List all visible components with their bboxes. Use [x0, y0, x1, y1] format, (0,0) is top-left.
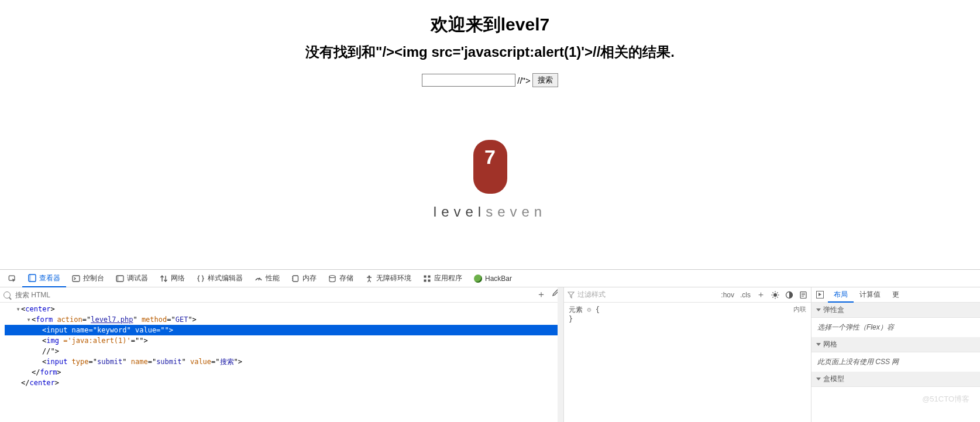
debugger-icon: [116, 275, 124, 283]
svg-point-17: [773, 293, 777, 297]
search-form: //">: [0, 73, 980, 87]
logo-word-left: level: [434, 204, 486, 219]
rule-source: 内联: [793, 305, 806, 314]
svg-rect-7: [293, 276, 298, 282]
svg-rect-14: [428, 275, 431, 277]
tab-accessibility-label: 无障碍环境: [376, 273, 411, 283]
layout-body: 弹性盒 选择一个弹性（Flex）容 网格 此页面上没有使用 CSS 网 盒模型: [811, 303, 980, 422]
svg-point-12: [368, 275, 370, 277]
tab-inspector-label: 查看器: [39, 273, 60, 283]
dom-node-selected[interactable]: <input name="keyword" value="">: [5, 325, 563, 335]
print-media-icon[interactable]: [799, 291, 807, 299]
dom-node[interactable]: </center>: [5, 378, 563, 388]
svg-rect-13: [424, 275, 427, 277]
dom-node[interactable]: ▾<form action="level7.php" method="GET">: [5, 314, 563, 325]
add-node-button[interactable]: ＋: [537, 289, 546, 301]
memory-icon: [291, 275, 300, 283]
rule-selector: 元素: [569, 306, 583, 314]
tab-debugger-label: 调试器: [127, 273, 148, 283]
dom-tree[interactable]: ▾<center> ▾<form action="level7.php" met…: [0, 303, 563, 422]
tab-console-label: 控制台: [83, 273, 104, 283]
logo-badge-digit: 7: [473, 146, 507, 169]
svg-rect-16: [428, 279, 431, 282]
inspector-icon: [28, 274, 36, 282]
svg-line-22: [773, 292, 773, 293]
cls-toggle[interactable]: .cls: [740, 291, 751, 299]
rules-filter-input[interactable]: 过滤样式: [577, 290, 606, 300]
boxmodel-section-header[interactable]: 盒模型: [811, 372, 980, 387]
dom-search-input[interactable]: [14, 290, 533, 300]
network-icon: [160, 275, 168, 283]
expand-icon: [816, 378, 821, 380]
application-icon: [423, 275, 431, 283]
svg-line-25: [777, 292, 778, 293]
add-rule-button[interactable]: ＋: [757, 289, 765, 300]
svg-rect-2: [29, 275, 31, 282]
tab-inspector[interactable]: 查看器: [22, 270, 66, 287]
tab-more[interactable]: 更: [886, 287, 905, 302]
grid-section-header[interactable]: 网格: [811, 337, 980, 352]
rule-close: }: [569, 315, 806, 323]
scrollbar[interactable]: [558, 287, 563, 422]
keyword-input[interactable]: [422, 74, 515, 87]
hackbar-icon: [474, 275, 482, 283]
svg-line-24: [773, 297, 773, 297]
search-submit-button[interactable]: [532, 73, 558, 87]
rules-toolbar: 过滤样式 :hov .cls ＋: [564, 287, 811, 303]
layout-tabs: 布局 计算值 更: [811, 287, 980, 303]
tab-application-label: 应用程序: [434, 273, 462, 283]
logo-word-right: seven: [486, 204, 546, 219]
devtools-body: ＋ ▾<center> ▾<form action="level7.php" m…: [0, 287, 980, 422]
page-heading-h2: 没有找到和"/><img src='javascript:alert(1)'>/…: [0, 43, 980, 61]
tab-console[interactable]: 控制台: [66, 270, 110, 287]
rules-body[interactable]: 内联 元素 ⚙ { }: [564, 303, 811, 422]
hov-toggle[interactable]: :hov: [721, 291, 734, 299]
light-mode-icon[interactable]: [771, 291, 779, 299]
tab-accessibility[interactable]: 无障碍环境: [359, 270, 417, 287]
devtools-tabstrip: 查看器 控制台 调试器 网络: [0, 270, 980, 287]
devtools: 查看器 控制台 调试器 网络: [0, 269, 980, 422]
tab-performance[interactable]: 性能: [249, 270, 286, 287]
dom-node[interactable]: <input type="submit" name="submit" value…: [5, 356, 563, 367]
logo-text: levelseven: [0, 204, 980, 220]
accessibility-icon: [365, 275, 373, 283]
tab-style-editor[interactable]: 样式编辑器: [191, 270, 249, 287]
dom-search-bar: ＋: [0, 287, 563, 303]
layout-sidebar-toggle[interactable]: [811, 287, 828, 302]
tab-memory[interactable]: 内存: [286, 270, 322, 287]
console-icon: [72, 275, 80, 283]
dom-node[interactable]: <img ='java:alert(1)'="">: [5, 335, 563, 346]
dom-node[interactable]: //">: [5, 346, 563, 356]
tab-memory-label: 内存: [302, 273, 317, 283]
layout-panel: 布局 计算值 更 弹性盒 选择一个弹性（Flex）容 网格 此页面上没有使用 C…: [811, 287, 980, 422]
dom-node[interactable]: ▾<center>: [5, 304, 563, 314]
logo-badge: 7: [473, 140, 507, 194]
tab-storage[interactable]: 存储: [322, 270, 359, 287]
tab-performance-label: 性能: [266, 273, 280, 283]
dom-node[interactable]: </form>: [5, 367, 563, 378]
search-icon: [4, 291, 11, 299]
tab-hackbar[interactable]: HackBar: [468, 270, 518, 287]
tab-storage-label: 存储: [339, 273, 353, 283]
tab-hackbar-label: HackBar: [485, 275, 512, 283]
tab-computed[interactable]: 计算值: [854, 287, 886, 302]
svg-rect-5: [116, 276, 119, 282]
page-heading-h1: 欢迎来到level7: [0, 13, 980, 37]
svg-rect-15: [424, 279, 427, 282]
dom-panel: ＋ ▾<center> ▾<form action="level7.php" m…: [0, 287, 564, 422]
tab-network[interactable]: 网络: [154, 270, 191, 287]
gear-icon[interactable]: ⚙: [587, 306, 591, 314]
grid-section-body: 此页面上没有使用 CSS 网: [811, 352, 980, 372]
flexbox-section-header[interactable]: 弹性盒: [811, 303, 980, 318]
tab-style-editor-label: 样式编辑器: [208, 273, 243, 283]
contrast-icon[interactable]: [785, 291, 793, 299]
tab-layout[interactable]: 布局: [828, 288, 854, 303]
pick-element-button[interactable]: [2, 270, 22, 287]
funnel-icon: [568, 291, 575, 299]
svg-line-23: [777, 297, 778, 297]
rules-panel: 过滤样式 :hov .cls ＋: [564, 287, 811, 422]
sidebar-toggle-icon: [816, 291, 824, 299]
tab-application[interactable]: 应用程序: [417, 270, 468, 287]
performance-icon: [255, 275, 263, 283]
tab-debugger[interactable]: 调试器: [110, 270, 154, 287]
